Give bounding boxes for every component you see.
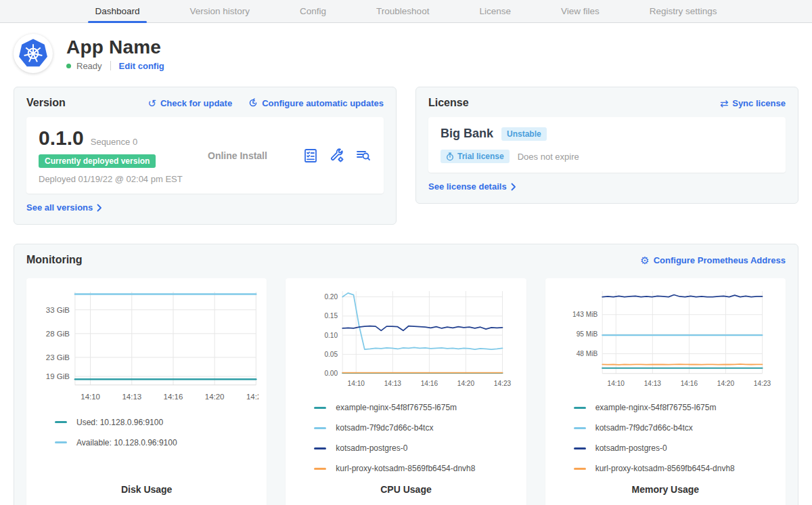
legend-item: Used: 10.128.0.96:9100 — [55, 418, 258, 427]
see-license-details-link[interactable]: See license details — [428, 181, 516, 192]
svg-text:14:10: 14:10 — [81, 393, 100, 401]
check-for-update-link[interactable]: ↺ Check for update — [148, 98, 232, 108]
legend-dash-icon — [314, 427, 326, 429]
app-header: App Name Ready Edit config — [14, 34, 798, 73]
legend-dash-icon — [574, 447, 586, 449]
chart-plot: 14:1014:1314:1614:2014:2319 GiB23 GiB28 … — [35, 286, 258, 412]
tab-dashboard[interactable]: Dashboard — [88, 0, 146, 22]
svg-text:14:23: 14:23 — [246, 393, 258, 401]
configure-automatic-updates-label: Configure automatic updates — [262, 98, 384, 108]
legend-label: kotsadm-7f9dc7d66c-b4tcx — [336, 423, 433, 433]
app-logo — [14, 34, 53, 73]
svg-text:14:13: 14:13 — [384, 380, 402, 387]
svg-text:14:20: 14:20 — [205, 393, 225, 401]
legend-dash-icon — [574, 468, 586, 470]
edit-config-version-button[interactable] — [329, 148, 345, 164]
install-type-label: Online Install — [208, 150, 302, 161]
tab-label: Version history — [190, 6, 250, 16]
see-license-details-label: See license details — [428, 181, 507, 192]
svg-text:14:20: 14:20 — [457, 380, 475, 387]
edit-config-link[interactable]: Edit config — [119, 61, 164, 71]
tab-view-files[interactable]: View files — [554, 0, 606, 22]
svg-text:14:20: 14:20 — [717, 380, 734, 387]
cpu-usage-card: 14:1014:1314:1614:2014:230.000.050.100.1… — [286, 278, 526, 505]
legend-label: kotsadm-postgres-0 — [336, 443, 407, 453]
legend-dash-icon — [574, 407, 586, 409]
gear-icon: ⚙ — [640, 255, 649, 265]
app-status: Ready — [76, 61, 102, 71]
chart-title: CPU Usage — [294, 484, 518, 499]
monitoring-section-title: Monitoring — [26, 254, 83, 266]
deployed-badge: Currently deployed version — [39, 154, 156, 168]
see-all-versions-label: See all versions — [26, 202, 93, 213]
legend-item: kotsadm-postgres-0 — [574, 443, 777, 453]
license-name: Big Bank — [441, 127, 493, 141]
channel-badge: Unstable — [501, 127, 547, 141]
tab-label: Registry settings — [650, 6, 717, 16]
legend-label: kotsadm-7f9dc7d66c-b4tcx — [595, 423, 693, 433]
kubernetes-logo-icon — [17, 37, 49, 70]
legend-dash-icon — [314, 468, 326, 470]
legend-label: Used: 10.128.0.96:9100 — [76, 418, 163, 427]
logs-search-icon — [355, 148, 371, 164]
legend-item: kotsadm-7f9dc7d66c-b4tcx — [574, 423, 777, 433]
version-card: Version ↺ Check for update Configure aut… — [14, 87, 397, 225]
tab-label: License — [479, 6, 511, 16]
sync-license-link[interactable]: ⇄ Sync license — [720, 98, 786, 108]
chart-legend: example-nginx-54f8f76755-l675mkotsadm-7f… — [294, 403, 518, 484]
legend-label: kotsadm-postgres-0 — [595, 443, 667, 453]
tab-label: Dashboard — [95, 6, 139, 16]
svg-text:14:16: 14:16 — [421, 380, 438, 387]
svg-text:28 GiB: 28 GiB — [46, 330, 70, 338]
stopwatch-icon — [446, 152, 454, 161]
see-all-versions-link[interactable]: See all versions — [26, 202, 102, 213]
svg-text:0.15: 0.15 — [325, 312, 338, 320]
tab-version-history[interactable]: Version history — [183, 0, 257, 22]
deploy-logs-button[interactable] — [355, 148, 371, 164]
current-version-card: 0.1.0 Sequence 0 Currently deployed vers… — [26, 117, 384, 194]
configure-prometheus-link[interactable]: ⚙ Configure Prometheus Address — [640, 255, 786, 265]
legend-label: kurl-proxy-kotsadm-8569fb6454-dnvh8 — [595, 464, 735, 473]
svg-text:0.10: 0.10 — [325, 332, 338, 339]
version-section-title: Version — [26, 97, 66, 109]
tab-registry-settings[interactable]: Registry settings — [643, 0, 724, 22]
svg-text:48 MiB: 48 MiB — [576, 350, 597, 357]
tab-label: Troubleshoot — [376, 6, 429, 16]
tab-license[interactable]: License — [472, 0, 518, 22]
tab-troubleshoot[interactable]: Troubleshoot — [369, 0, 436, 22]
divider — [110, 61, 111, 70]
configure-prometheus-label: Configure Prometheus Address — [654, 255, 786, 265]
legend-item: kurl-proxy-kotsadm-8569fb6454-dnvh8 — [314, 464, 518, 473]
disk-usage-card: 14:1014:1314:1614:2014:2319 GiB23 GiB28 … — [26, 278, 267, 505]
chart-title: Disk Usage — [35, 484, 258, 499]
tab-config[interactable]: Config — [293, 0, 333, 22]
svg-text:14:16: 14:16 — [680, 380, 698, 387]
legend-dash-icon — [55, 421, 67, 423]
chart-title: Memory Usage — [554, 484, 777, 499]
license-section-title: License — [428, 97, 469, 109]
svg-text:14:13: 14:13 — [644, 380, 661, 387]
chart-plot: 14:1014:1314:1614:2014:230.000.050.100.1… — [294, 286, 518, 397]
svg-text:95 MiB: 95 MiB — [576, 330, 597, 338]
svg-text:14:16: 14:16 — [164, 393, 183, 401]
license-card: License ⇄ Sync license Big Bank Unstable — [415, 87, 798, 204]
tab-label: View files — [561, 6, 600, 16]
version-number: 0.1.0 — [39, 127, 84, 150]
sync-icon: ⇄ — [720, 98, 729, 108]
legend-item: example-nginx-54f8f76755-l675m — [574, 403, 777, 412]
tab-label: Config — [300, 6, 326, 16]
legend-label: kurl-proxy-kotsadm-8569fb6454-dnvh8 — [336, 464, 475, 473]
svg-text:19 GiB: 19 GiB — [46, 372, 70, 380]
refresh-icon: ↺ — [148, 98, 156, 108]
preflight-checks-button[interactable] — [302, 148, 319, 164]
sync-license-label: Sync license — [732, 98, 786, 108]
svg-text:14:10: 14:10 — [607, 380, 625, 387]
chart-legend: Used: 10.128.0.96:9100Available: 10.128.… — [35, 418, 258, 458]
svg-text:0.05: 0.05 — [325, 351, 338, 358]
legend-item: kotsadm-postgres-0 — [314, 443, 518, 453]
chevron-right-icon — [511, 183, 516, 191]
memory-usage-card: 14:1014:1314:1614:2014:2348 MiB95 MiB143… — [545, 278, 786, 505]
legend-label: example-nginx-54f8f76755-l675m — [336, 403, 457, 412]
legend-item: kurl-proxy-kotsadm-8569fb6454-dnvh8 — [574, 464, 777, 473]
configure-automatic-updates-link[interactable]: Configure automatic updates — [248, 98, 384, 108]
